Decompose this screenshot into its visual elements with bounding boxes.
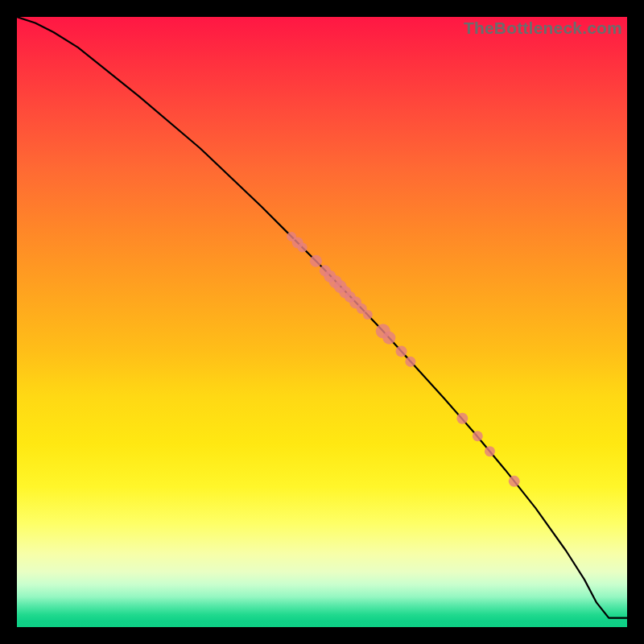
chart-plot-area: TheBottleneck.com	[17, 17, 627, 627]
data-point	[396, 345, 407, 357]
chart-svg	[17, 17, 627, 627]
data-point	[310, 255, 322, 267]
chart-stage: TheBottleneck.com	[0, 0, 644, 644]
data-point	[363, 310, 373, 320]
data-points-group	[287, 232, 520, 487]
data-point	[485, 446, 495, 456]
data-point	[298, 243, 308, 253]
data-point	[405, 357, 415, 367]
data-point	[456, 413, 468, 424]
data-point	[473, 431, 483, 441]
data-point	[382, 332, 395, 345]
curve-line	[17, 17, 627, 618]
data-point	[509, 476, 520, 487]
